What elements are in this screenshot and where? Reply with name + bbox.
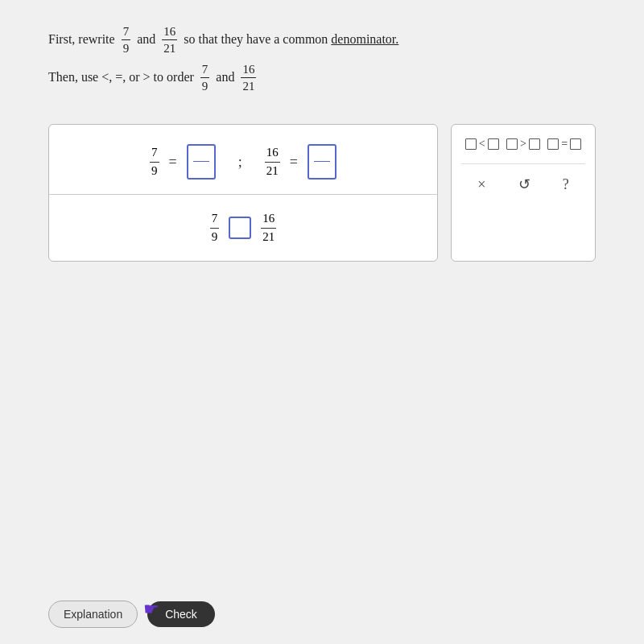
- instruction-line1-pre: First, rewrite: [48, 28, 115, 52]
- symbol-row-operators: < > =: [461, 136, 585, 152]
- equals-symbol[interactable]: =: [544, 136, 584, 152]
- input-numerator-1[interactable]: [193, 147, 209, 162]
- sq-right-eq: [570, 138, 581, 150]
- equals-2: =: [290, 154, 298, 171]
- input-denominator-1[interactable]: [193, 162, 209, 176]
- greater-than-symbol[interactable]: >: [503, 136, 543, 152]
- instruction-keyword: denominator.: [331, 28, 398, 52]
- comparison-row: 7 9 16 21: [49, 195, 437, 261]
- main-input-box: 7 9 = ; 16 21 =: [48, 124, 438, 262]
- instruction-ops: <, =, or >: [101, 66, 150, 89]
- bottom-buttons: Explanation Check ☛: [48, 601, 215, 628]
- static-frac-7-9-compare: 7 9: [210, 211, 220, 245]
- less-than-symbol[interactable]: <: [462, 136, 502, 152]
- input-numerator-2[interactable]: [314, 147, 330, 162]
- input-frac-2[interactable]: [308, 144, 336, 180]
- symbol-box: < > = × ↺ ?: [451, 124, 596, 262]
- explanation-button[interactable]: Explanation: [48, 601, 138, 628]
- equals-1: =: [169, 154, 177, 171]
- instruction-line2-pre: Then, use: [48, 66, 98, 89]
- instruction-line2-mid: to order: [154, 66, 194, 89]
- input-frac-1[interactable]: [187, 144, 216, 180]
- semicolon: ;: [238, 154, 242, 171]
- sq-left-eq: [547, 138, 559, 150]
- work-area: 7 9 = ; 16 21 =: [48, 124, 596, 262]
- help-button[interactable]: ?: [556, 173, 576, 196]
- instruction-line1-post: so that they have a common: [184, 28, 328, 52]
- sq-left-gt: [506, 138, 518, 150]
- instruction-and2: and: [216, 66, 234, 89]
- static-frac-16-21: 16 21: [265, 145, 280, 179]
- fraction-16-21-ref: 16 21: [241, 62, 256, 93]
- action-row: × ↺ ?: [461, 163, 585, 196]
- static-frac-16-21-compare: 16 21: [261, 211, 276, 245]
- equivalence-row: 7 9 = ; 16 21 =: [49, 125, 437, 195]
- fraction-16-21: 16 21: [162, 24, 177, 56]
- sq-left-lt: [465, 138, 477, 150]
- undo-button[interactable]: ↺: [512, 172, 537, 196]
- fraction-eq-2: 16 21 =: [265, 144, 336, 180]
- input-denominator-2[interactable]: [314, 162, 330, 176]
- cursor-icon: ☛: [143, 599, 159, 620]
- sq-right-lt: [488, 138, 499, 150]
- fraction-7-9: 7 9: [122, 24, 131, 56]
- comparison-operator-input[interactable]: [229, 217, 251, 239]
- clear-button[interactable]: ×: [471, 173, 492, 196]
- fraction-eq-1: 7 9 =: [150, 144, 216, 180]
- static-frac-7-9: 7 9: [150, 145, 159, 179]
- fraction-7-9-ref: 7 9: [200, 62, 210, 93]
- instruction-and1: and: [137, 28, 155, 52]
- sq-right-gt: [529, 138, 540, 150]
